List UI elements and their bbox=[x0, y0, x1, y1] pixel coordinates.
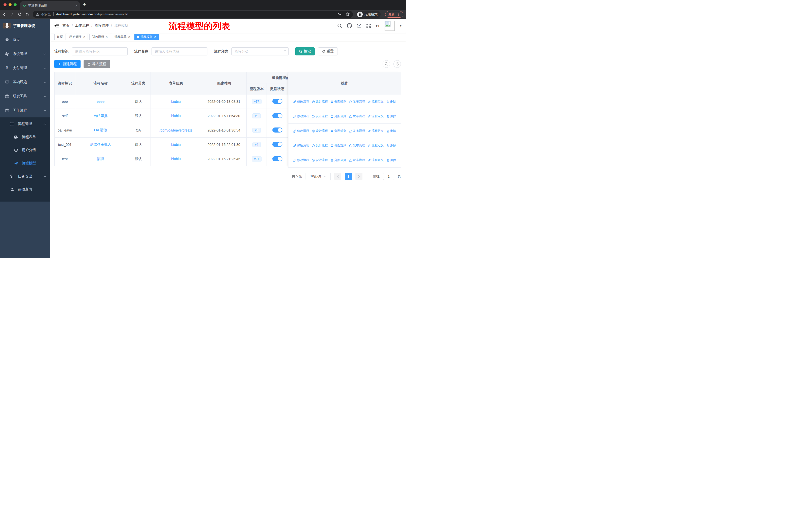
update-label[interactable]: 更新 bbox=[388, 12, 395, 17]
design-process-link[interactable]: 设计流程 bbox=[312, 158, 328, 162]
active-toggle[interactable] bbox=[272, 128, 283, 133]
refresh-button[interactable] bbox=[394, 60, 401, 68]
edit-process-link[interactable]: 修改流程 bbox=[293, 158, 309, 162]
close-icon[interactable]: ✕ bbox=[154, 35, 156, 38]
assign-rule-link[interactable]: 分配规则 bbox=[330, 100, 346, 104]
process-name-input[interactable] bbox=[151, 47, 207, 55]
assign-rule-link[interactable]: 分配规则 bbox=[330, 143, 346, 147]
process-definition-link[interactable]: 流程定义 bbox=[368, 114, 384, 118]
prev-page-button[interactable] bbox=[334, 173, 341, 180]
process-key-input[interactable] bbox=[72, 47, 127, 55]
design-process-link[interactable]: 设计流程 bbox=[312, 100, 328, 104]
process-name-link[interactable]: 滔博 bbox=[97, 157, 104, 161]
sidebar-item-process-form[interactable]: 流程表单 bbox=[0, 131, 50, 144]
fullscreen-icon[interactable] bbox=[366, 23, 371, 28]
process-definition-link[interactable]: 流程定义 bbox=[368, 143, 384, 147]
tag-tenant[interactable]: 租户管理✕ bbox=[67, 34, 88, 40]
sidebar-item-process-mgmt[interactable]: 流程管理 bbox=[0, 117, 50, 131]
goto-page-input[interactable] bbox=[383, 173, 394, 180]
github-icon[interactable] bbox=[347, 23, 352, 28]
bookmark-star-icon[interactable] bbox=[346, 12, 350, 17]
sidebar-item-user-group[interactable]: 用户分组 bbox=[0, 144, 50, 157]
process-name-link[interactable]: OA 请假 bbox=[94, 128, 107, 132]
design-process-link[interactable]: 设计流程 bbox=[312, 114, 328, 118]
publish-process-link[interactable]: 发布流程 bbox=[349, 143, 365, 147]
version-badge[interactable]: v17 bbox=[252, 99, 262, 104]
delete-link[interactable]: 删除 bbox=[386, 158, 396, 162]
active-toggle[interactable] bbox=[272, 99, 283, 104]
breadcrumb-process-mgmt[interactable]: 流程管理 bbox=[95, 23, 109, 28]
close-icon[interactable]: ✕ bbox=[128, 35, 130, 38]
sidebar-item-task-mgmt[interactable]: 任务管理 bbox=[0, 170, 50, 183]
search-button[interactable]: 搜索 bbox=[295, 47, 315, 55]
publish-process-link[interactable]: 发布流程 bbox=[349, 100, 365, 104]
version-badge[interactable]: v4 bbox=[253, 142, 261, 147]
security-label[interactable]: 不安全 bbox=[41, 12, 51, 17]
delete-link[interactable]: 删除 bbox=[386, 100, 396, 104]
edit-process-link[interactable]: 修改流程 bbox=[293, 129, 309, 133]
edit-process-link[interactable]: 修改流程 bbox=[293, 114, 309, 118]
version-badge[interactable]: v2 bbox=[253, 113, 261, 118]
page-number-button[interactable]: 1 bbox=[345, 173, 352, 180]
browser-tab[interactable]: 芋道管理系统 × bbox=[20, 1, 80, 10]
active-toggle[interactable] bbox=[272, 156, 283, 161]
delete-link[interactable]: 删除 bbox=[386, 114, 396, 118]
form-info-link[interactable]: biubiu bbox=[171, 100, 180, 104]
new-tab-button[interactable]: + bbox=[83, 2, 86, 7]
sidebar-item-process-model[interactable]: 流程模型 bbox=[0, 157, 50, 170]
form-info-link[interactable]: biubiu bbox=[171, 114, 180, 118]
process-name-link[interactable]: 自己审批 bbox=[94, 114, 108, 118]
tag-home[interactable]: 首页 bbox=[54, 34, 65, 40]
page-size-select[interactable]: 10条/页 bbox=[306, 173, 331, 180]
url-host[interactable]: dashboard.yudao.iocoder.cn bbox=[56, 12, 97, 16]
search-icon[interactable] bbox=[337, 23, 342, 28]
address-bar[interactable]: 不安全 dashboard.yudao.iocoder.cn/bpm/manag… bbox=[33, 11, 353, 18]
sidebar-item-system[interactable]: 系统管理 bbox=[0, 47, 50, 61]
sidebar-item-payment[interactable]: ¥ 支付管理 bbox=[0, 61, 50, 75]
browser-update-button[interactable]: 更新 ⋮ bbox=[385, 11, 403, 18]
process-definition-link[interactable]: 流程定义 bbox=[368, 129, 384, 133]
edit-process-link[interactable]: 修改流程 bbox=[293, 100, 309, 104]
publish-process-link[interactable]: 发布流程 bbox=[349, 114, 365, 118]
publish-process-link[interactable]: 发布流程 bbox=[349, 129, 365, 133]
sidebar-item-infra[interactable]: 基础设施 bbox=[0, 75, 50, 89]
zoom-window-button[interactable] bbox=[13, 3, 17, 6]
sidebar-logo[interactable]: 芋道管理系统 bbox=[0, 19, 50, 33]
process-definition-link[interactable]: 流程定义 bbox=[368, 158, 384, 162]
caret-down-icon[interactable]: ▼ bbox=[400, 24, 402, 27]
active-toggle[interactable] bbox=[272, 113, 283, 118]
breadcrumb-workflow[interactable]: 工作流程 bbox=[75, 23, 89, 28]
menu-fold-icon[interactable] bbox=[54, 24, 59, 28]
sidebar-item-home[interactable]: 首页 bbox=[0, 33, 50, 47]
assign-rule-link[interactable]: 分配规则 bbox=[330, 158, 346, 162]
process-category-select[interactable] bbox=[231, 47, 289, 55]
reset-button[interactable]: 重置 bbox=[318, 47, 338, 55]
assign-rule-link[interactable]: 分配规则 bbox=[330, 129, 346, 133]
process-name-link[interactable]: 测试多审批人 bbox=[90, 142, 111, 146]
forward-icon[interactable] bbox=[10, 12, 15, 17]
url-path[interactable]: /bpm/manager/model bbox=[97, 12, 128, 16]
tab-close-icon[interactable]: × bbox=[75, 4, 77, 7]
form-info-link[interactable]: /bpm/oa/leave/create bbox=[160, 128, 193, 132]
close-window-button[interactable] bbox=[3, 3, 6, 6]
sidebar-item-workflow[interactable]: 工作流程 bbox=[0, 103, 50, 117]
back-icon[interactable] bbox=[2, 12, 7, 17]
close-icon[interactable]: ✕ bbox=[83, 35, 85, 38]
reload-icon[interactable] bbox=[18, 12, 23, 17]
version-badge[interactable]: v21 bbox=[252, 157, 262, 162]
next-page-button[interactable] bbox=[355, 173, 362, 180]
create-process-button[interactable]: 新建流程 bbox=[54, 60, 81, 68]
delete-link[interactable]: 删除 bbox=[386, 129, 396, 133]
security-warning-icon[interactable] bbox=[36, 12, 39, 16]
tag-process-model[interactable]: 流程模型✕ bbox=[135, 34, 159, 40]
process-definition-link[interactable]: 流程定义 bbox=[368, 100, 384, 104]
version-badge[interactable]: v5 bbox=[253, 128, 261, 133]
password-key-icon[interactable] bbox=[337, 12, 342, 17]
process-name-link[interactable]: eeee bbox=[97, 100, 105, 104]
form-info-link[interactable]: biubiu bbox=[171, 157, 180, 161]
active-toggle[interactable] bbox=[272, 142, 283, 147]
publish-process-link[interactable]: 发布流程 bbox=[349, 158, 365, 162]
breadcrumb-home[interactable]: 首页 bbox=[62, 23, 69, 28]
help-icon[interactable]: ? bbox=[357, 23, 361, 28]
sidebar-item-devtools[interactable]: 研发工具 bbox=[0, 89, 50, 103]
